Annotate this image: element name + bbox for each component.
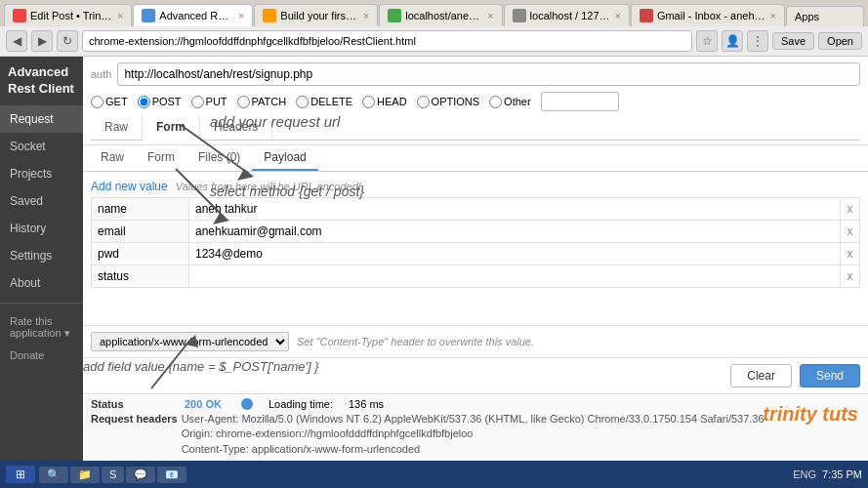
browser-tab-4[interactable]: localhost / 127.0.0.1 /... × <box>504 4 630 26</box>
method-get[interactable]: GET <box>91 96 128 108</box>
taskbar-item-3[interactable]: 💬 <box>126 467 155 483</box>
section-label: auth <box>91 68 111 80</box>
menu-button[interactable]: ⋮ <box>747 30 768 52</box>
body-tab-raw[interactable]: Raw <box>89 145 136 171</box>
other-method-input[interactable] <box>541 92 619 111</box>
tab-close-5[interactable]: × <box>770 10 776 21</box>
tab-label-5: Gmail - Inbox - anehkumar@... <box>657 10 766 21</box>
taskbar-item-2[interactable]: S <box>102 467 124 483</box>
taskbar-item-4[interactable]: 📧 <box>157 467 186 483</box>
method-head[interactable]: HEAD <box>362 96 407 108</box>
sidebar-item-socket[interactable]: Socket <box>0 133 83 160</box>
url-input[interactable] <box>117 62 860 86</box>
method-other[interactable]: Other <box>489 96 531 108</box>
method-radio-get[interactable] <box>91 96 103 108</box>
reload-button[interactable]: ↻ <box>57 30 78 52</box>
tab-favicon-2 <box>263 9 276 22</box>
taskbar-item-1[interactable]: 📁 <box>70 467 100 483</box>
tab-close-2[interactable]: × <box>363 10 369 21</box>
forward-button[interactable]: ▶ <box>31 30 53 52</box>
clear-button[interactable]: Clear <box>730 364 792 387</box>
method-radio-put[interactable] <box>191 96 204 108</box>
taskbar: ⊞ 🔍 📁 S 💬 📧 ENG 7:35 PM <box>0 461 868 488</box>
field-delete-1[interactable]: x <box>841 221 860 243</box>
method-radio-patch[interactable] <box>237 96 250 108</box>
nav-bar: ◀ ▶ ↻ ☆ 👤 ⋮ Save Open <box>0 26 868 57</box>
field-value-input-1[interactable] <box>195 224 834 238</box>
field-value-input-3[interactable] <box>195 269 834 283</box>
browser-tab-0[interactable]: Edit Post • Trinity Tuts... × <box>4 4 132 26</box>
sidebar-item-history[interactable]: History <box>0 215 83 242</box>
sidebar-item-request[interactable]: Request <box>0 105 83 133</box>
sidebar-item-projects[interactable]: Projects <box>0 160 83 187</box>
field-value-2[interactable] <box>189 243 841 265</box>
method-radio-post[interactable] <box>138 96 150 108</box>
save-button[interactable]: Save <box>772 32 814 50</box>
field-delete-2[interactable]: x <box>841 243 860 265</box>
tab-favicon-3 <box>388 9 401 22</box>
request-headers-value: User-Agent: Mozilla/5.0 (Windows NT 6.2)… <box>182 412 860 457</box>
method-radio-other[interactable] <box>489 96 502 108</box>
add-new-value-link[interactable]: Add new value <box>91 180 168 193</box>
taskbar-item-0[interactable]: 🔍 <box>39 467 68 483</box>
loading-label: Loading time: <box>269 398 333 410</box>
method-options[interactable]: OPTIONS <box>417 96 480 108</box>
sidebar-nav: Request Socket Projects Saved History Se… <box>0 102 83 297</box>
method-row: GET POST PUT PATCH DELETE <box>91 92 860 111</box>
field-value-1[interactable] <box>189 221 841 243</box>
profile-button[interactable]: 👤 <box>722 30 743 52</box>
start-button[interactable]: ⊞ <box>6 466 35 483</box>
content-type-select[interactable]: application/x-www-form-urlencoded <box>91 332 289 351</box>
tab-close-0[interactable]: × <box>117 10 123 21</box>
send-button[interactable]: Send <box>800 364 860 387</box>
tab-favicon-0 <box>13 9 26 22</box>
back-button[interactable]: ◀ <box>6 30 27 52</box>
method-post[interactable]: POST <box>138 96 182 108</box>
address-input[interactable] <box>82 30 692 52</box>
open-button[interactable]: Open <box>818 32 862 50</box>
method-radio-head[interactable] <box>362 96 375 108</box>
body-tab-form[interactable]: Form <box>136 145 186 171</box>
sidebar: Advanced Rest Client Request Socket Proj… <box>0 57 83 461</box>
field-value-input-2[interactable] <box>195 247 834 261</box>
tab-form[interactable]: Form <box>143 115 200 141</box>
body-tab-payload[interactable]: Payload <box>252 145 317 171</box>
sidebar-title: Advanced Rest Client <box>0 57 83 102</box>
method-radio-options[interactable] <box>417 96 430 108</box>
browser-tab-5[interactable]: Gmail - Inbox - anehkumar@... × <box>631 4 785 26</box>
method-put[interactable]: PUT <box>191 96 227 108</box>
payload-table: name x email x pwd <box>91 197 860 288</box>
field-name-1: email <box>92 221 189 243</box>
taskbar-time: 7:35 PM <box>822 468 862 480</box>
field-delete-3[interactable]: x <box>841 265 860 288</box>
tab-close-1[interactable]: × <box>238 10 244 21</box>
sidebar-item-settings[interactable]: Settings <box>0 242 83 269</box>
method-patch[interactable]: PATCH <box>237 96 287 108</box>
body-tab-files[interactable]: Files (0) <box>186 145 252 171</box>
browser-tab-2[interactable]: Build your first web s... × <box>254 4 378 26</box>
table-row: email x <box>92 221 860 243</box>
sidebar-rate[interactable]: Rate this application ▾ <box>0 309 83 346</box>
browser-tab-1[interactable]: Advanced Rest Client × <box>133 4 253 27</box>
headers-line-3: Content-Type: application/x-www-form-url… <box>182 442 860 457</box>
tab-label-4: localhost / 127.0.0.1 /... <box>530 10 611 21</box>
field-value-0[interactable] <box>189 198 841 221</box>
sidebar-item-saved[interactable]: Saved <box>0 187 83 215</box>
tab-close-3[interactable]: × <box>487 10 493 21</box>
browser-tab-6[interactable]: Apps <box>786 6 864 26</box>
loading-value: 136 ms <box>349 398 384 410</box>
tab-headers[interactable]: Headers <box>200 115 272 140</box>
tab-favicon-5 <box>640 9 653 22</box>
bookmark-button[interactable]: ☆ <box>696 30 718 52</box>
taskbar-items: 🔍 📁 S 💬 📧 <box>39 467 186 483</box>
method-radio-delete[interactable] <box>296 96 309 108</box>
field-delete-0[interactable]: x <box>841 198 860 221</box>
sidebar-donate[interactable]: Donate <box>0 346 83 365</box>
field-value-3[interactable] <box>189 265 841 288</box>
tab-close-4[interactable]: × <box>614 10 620 21</box>
method-delete[interactable]: DELETE <box>296 96 352 108</box>
tab-raw[interactable]: Raw <box>91 115 143 140</box>
field-value-input-0[interactable] <box>195 202 834 216</box>
browser-tab-3[interactable]: localhost/aneh/rest/s... × <box>379 4 502 26</box>
sidebar-item-about[interactable]: About <box>0 269 83 297</box>
